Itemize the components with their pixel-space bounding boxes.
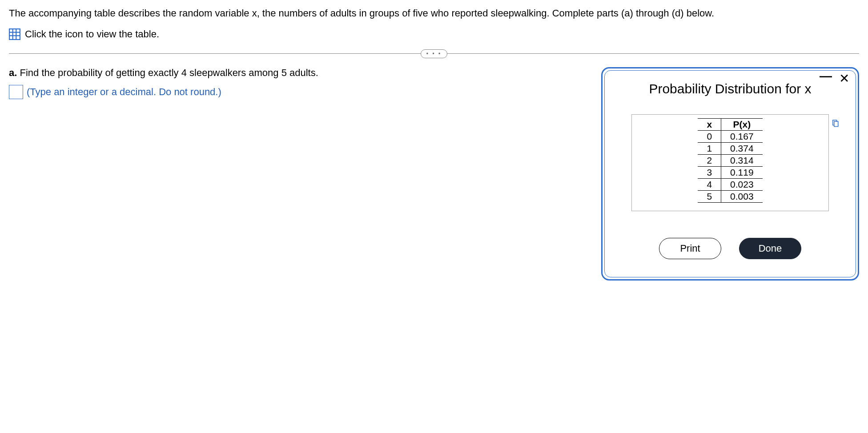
collapse-toggle[interactable]: • • • — [421, 49, 447, 58]
table-row: 30.119 — [698, 166, 762, 178]
cell-p: 0.003 — [721, 190, 763, 202]
distribution-table: x P(x) 00.167 10.374 20.314 30.119 40.02… — [698, 118, 762, 203]
header-px: P(x) — [721, 118, 763, 130]
close-icon[interactable]: ✕ — [839, 74, 849, 83]
cell-p: 0.167 — [721, 130, 763, 142]
svg-rect-6 — [834, 121, 838, 126]
cell-p: 0.314 — [721, 154, 763, 166]
intro-text: The accompanying table describes the ran… — [9, 7, 859, 20]
done-button[interactable]: Done — [739, 238, 801, 259]
table-row: 20.314 — [698, 154, 762, 166]
part-a-label: a. — [9, 67, 17, 78]
table-row: 00.167 — [698, 130, 762, 142]
cell-x: 3 — [698, 166, 721, 178]
table-row: 10.374 — [698, 142, 762, 154]
probability-modal: — ✕ Probability Distribution for x x P(x… — [601, 67, 859, 281]
part-a-question: a. Find the probability of getting exact… — [9, 67, 583, 79]
minimize-icon[interactable]: — — [820, 74, 832, 78]
table-header-row: x P(x) — [698, 118, 762, 130]
header-x: x — [698, 118, 721, 130]
cell-x: 1 — [698, 142, 721, 154]
view-table-link[interactable]: Click the icon to view the table. — [9, 28, 859, 40]
print-button[interactable]: Print — [659, 238, 721, 259]
table-icon — [9, 28, 20, 40]
modal-title: Probability Distribution for x — [618, 81, 842, 96]
cell-p: 0.374 — [721, 142, 763, 154]
copy-icon[interactable] — [831, 118, 839, 126]
part-a-text: Find the probability of getting exactly … — [17, 67, 318, 78]
section-divider: • • • — [9, 53, 859, 54]
view-table-text: Click the icon to view the table. — [25, 28, 159, 40]
table-row: 50.003 — [698, 190, 762, 202]
cell-x: 4 — [698, 178, 721, 190]
svg-rect-0 — [9, 29, 20, 40]
answer-hint: (Type an integer or a decimal. Do not ro… — [27, 86, 221, 98]
distribution-table-wrap: x P(x) 00.167 10.374 20.314 30.119 40.02… — [631, 114, 829, 211]
table-row: 40.023 — [698, 178, 762, 190]
cell-p: 0.119 — [721, 166, 763, 178]
cell-x: 0 — [698, 130, 721, 142]
cell-x: 5 — [698, 190, 721, 202]
cell-p: 0.023 — [721, 178, 763, 190]
answer-input[interactable] — [9, 85, 23, 99]
cell-x: 2 — [698, 154, 721, 166]
